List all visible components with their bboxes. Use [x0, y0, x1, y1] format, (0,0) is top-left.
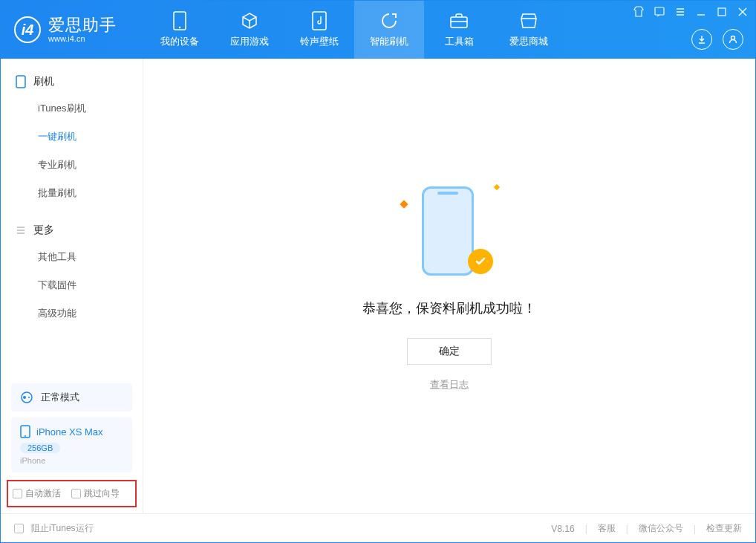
- sparkle-icon: [494, 184, 500, 190]
- tab-label: 我的设备: [160, 35, 199, 48]
- sidebar-item-onekey[interactable]: 一键刷机: [1, 123, 143, 151]
- body-area: 刷机 iTunes刷机 一键刷机 专业刷机 批量刷机 更多 其他工具 下载固件 …: [1, 59, 755, 513]
- user-button[interactable]: [723, 29, 743, 50]
- tab-label: 铃声壁纸: [300, 35, 339, 48]
- success-text: 恭喜您，保资料刷机成功啦！: [362, 299, 536, 317]
- checkbox-block-itunes[interactable]: 阻止iTunes运行: [14, 522, 94, 535]
- mode-box[interactable]: 正常模式: [11, 383, 132, 412]
- sidebar-item-firmware[interactable]: 下载固件: [1, 271, 143, 299]
- device-icon: [170, 11, 189, 30]
- music-file-icon: [310, 11, 329, 30]
- checkbox-skip-guide[interactable]: 跳过向导: [71, 487, 120, 500]
- sidebar-section-flash: 刷机 iTunes刷机 一键刷机 专业刷机 批量刷机: [1, 59, 143, 207]
- list-icon: [16, 225, 26, 235]
- svg-rect-3: [451, 17, 467, 27]
- svg-point-12: [25, 435, 26, 437]
- tab-label: 爱思商城: [509, 35, 548, 48]
- sidebar-item-advanced[interactable]: 高级功能: [1, 299, 143, 328]
- device-name: iPhone XS Max: [36, 426, 103, 438]
- tab-label: 工具箱: [445, 35, 474, 48]
- checkbox-label: 跳过向导: [84, 487, 120, 500]
- cube-icon: [240, 11, 259, 30]
- svg-point-6: [731, 36, 735, 40]
- tshirt-icon[interactable]: [632, 5, 645, 19]
- footer: 阻止iTunes运行 V8.16 | 客服 | 微信公众号 | 检查更新: [1, 513, 755, 543]
- wechat-link[interactable]: 微信公众号: [639, 522, 683, 535]
- phone-small-icon: [16, 75, 26, 88]
- divider: |: [585, 524, 587, 534]
- checkbox-auto-activate[interactable]: 自动激活: [13, 487, 61, 500]
- sidebar-header-label: 更多: [33, 224, 54, 237]
- checkbox-icon: [13, 489, 22, 498]
- checkbox-label: 自动激活: [25, 487, 61, 500]
- store-icon: [519, 11, 538, 30]
- svg-point-10: [28, 397, 30, 398]
- maximize-icon[interactable]: [715, 5, 729, 19]
- mode-icon: [20, 391, 33, 404]
- sidebar-header-more: 更多: [1, 218, 143, 243]
- tab-toolbox[interactable]: 工具箱: [424, 1, 494, 59]
- app-title: 爱思助手: [48, 16, 117, 34]
- svg-rect-7: [16, 76, 25, 88]
- menu-icon[interactable]: [674, 5, 687, 19]
- device-name-row: iPhone XS Max: [20, 425, 123, 438]
- sidebar-item-batch[interactable]: 批量刷机: [1, 179, 143, 207]
- toolbox-icon: [449, 11, 469, 30]
- checkbox-icon: [14, 524, 24, 533]
- minimize-icon[interactable]: [694, 5, 708, 19]
- divider: |: [626, 524, 628, 534]
- close-icon[interactable]: [736, 5, 749, 19]
- storage-badge: 256GB: [20, 443, 60, 453]
- tab-store[interactable]: 爱思商城: [494, 1, 564, 59]
- sparkle-icon: [400, 200, 408, 208]
- main-content: 恭喜您，保资料刷机成功啦！ 确定 查看日志: [143, 59, 755, 513]
- app-subtitle: www.i4.cn: [48, 34, 117, 43]
- version-label: V8.16: [551, 524, 574, 534]
- svg-point-9: [23, 396, 26, 399]
- checkbox-label: 阻止iTunes运行: [31, 522, 94, 535]
- logo-area: i4 爱思助手 www.i4.cn: [1, 16, 130, 43]
- sidebar-section-more: 更多 其他工具 下载固件 高级功能: [1, 207, 143, 328]
- header-right-buttons: [691, 29, 743, 50]
- check-update-link[interactable]: 检查更新: [706, 522, 742, 535]
- device-small-icon: [20, 425, 30, 438]
- device-box[interactable]: iPhone XS Max 256GB iPhone: [11, 417, 132, 472]
- checkmark-badge-icon: [468, 249, 493, 274]
- view-log-link[interactable]: 查看日志: [430, 378, 469, 391]
- footer-right: V8.16 | 客服 | 微信公众号 | 检查更新: [551, 522, 742, 535]
- phone-illustration-icon: [422, 186, 474, 276]
- app-logo-icon: i4: [14, 16, 41, 43]
- svg-point-1: [179, 27, 180, 28]
- logo-text: 爱思助手 www.i4.cn: [48, 16, 117, 43]
- mode-label: 正常模式: [41, 391, 79, 404]
- support-link[interactable]: 客服: [598, 522, 616, 535]
- svg-rect-4: [655, 7, 664, 15]
- feedback-icon[interactable]: [653, 5, 666, 19]
- tab-smart-flash[interactable]: 智能刷机: [354, 1, 424, 59]
- sidebar-item-pro[interactable]: 专业刷机: [1, 151, 143, 179]
- sidebar-item-other[interactable]: 其他工具: [1, 243, 143, 271]
- tab-ringtone[interactable]: 铃声壁纸: [284, 1, 354, 59]
- svg-rect-5: [718, 8, 726, 16]
- main-tabs: 我的设备 应用游戏 铃声壁纸 智能刷机 工具箱 爱思商城: [145, 1, 564, 59]
- sidebar-item-itunes[interactable]: iTunes刷机: [1, 94, 143, 123]
- sidebar-header-label: 刷机: [33, 75, 54, 88]
- checkbox-icon: [71, 489, 81, 498]
- tab-label: 应用游戏: [230, 35, 269, 48]
- refresh-shield-icon: [379, 11, 399, 30]
- success-illustration: [408, 181, 490, 284]
- sidebar-header-flash: 刷机: [1, 69, 143, 94]
- flash-options-row: 自动激活 跳过向导: [7, 480, 137, 507]
- sidebar: 刷机 iTunes刷机 一键刷机 专业刷机 批量刷机 更多 其他工具 下载固件 …: [1, 59, 143, 513]
- device-type: iPhone: [20, 456, 123, 465]
- window-controls: [632, 5, 749, 19]
- divider: |: [694, 524, 696, 534]
- tab-apps[interactable]: 应用游戏: [215, 1, 284, 59]
- ok-button[interactable]: 确定: [407, 338, 492, 365]
- tab-my-device[interactable]: 我的设备: [145, 1, 215, 59]
- tab-label: 智能刷机: [370, 35, 408, 48]
- app-header: i4 爱思助手 www.i4.cn 我的设备 应用游戏 铃声壁纸 智能刷机 工具…: [1, 1, 755, 59]
- download-button[interactable]: [691, 29, 712, 50]
